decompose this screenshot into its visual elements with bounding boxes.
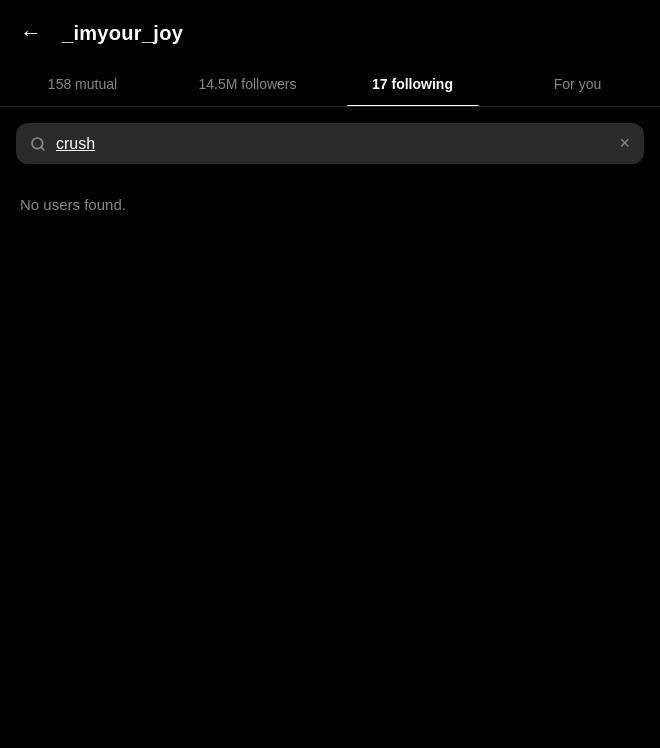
tabs-container: 158 mutual 14.5M followers 17 following … xyxy=(0,62,660,107)
back-icon: ← xyxy=(20,20,42,46)
tab-mutual[interactable]: 158 mutual xyxy=(0,62,165,106)
no-results-text: No users found. xyxy=(0,176,660,233)
search-bar: × xyxy=(16,123,644,164)
search-input[interactable] xyxy=(56,135,609,153)
username: _imyour_joy xyxy=(62,22,183,45)
svg-line-1 xyxy=(41,147,44,150)
search-icon xyxy=(30,136,46,152)
tab-followers[interactable]: 14.5M followers xyxy=(165,62,330,106)
tab-following[interactable]: 17 following xyxy=(330,62,495,106)
tab-foryou[interactable]: For you xyxy=(495,62,660,106)
clear-button[interactable]: × xyxy=(619,133,630,154)
back-button[interactable]: ← xyxy=(16,16,46,50)
search-container: × xyxy=(0,107,660,176)
header: ← _imyour_joy xyxy=(0,0,660,62)
